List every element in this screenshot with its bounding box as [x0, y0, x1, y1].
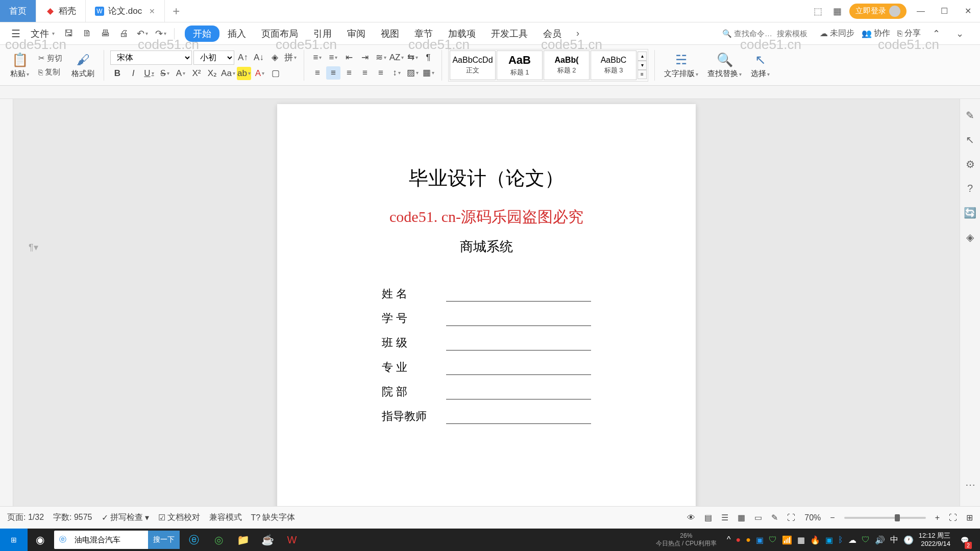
document-area[interactable]: ¶▾ 毕业设计（论文） code51. cn-源码乐园盗图必究 商城系统 姓 名…	[13, 99, 960, 506]
vertical-ruler[interactable]	[0, 99, 13, 506]
taskbar-360-icon[interactable]: ◎	[206, 529, 231, 551]
numbering-button[interactable]: ≡	[326, 51, 340, 64]
clear-format-icon[interactable]: ◈	[267, 51, 282, 64]
form-value[interactable]	[446, 337, 591, 350]
redo-icon[interactable]: ↷	[154, 27, 168, 41]
view-outline-icon[interactable]: ☰	[721, 513, 728, 522]
tab-home[interactable]: 首页	[0, 0, 36, 22]
tray-ime-icon[interactable]: 中	[890, 535, 898, 545]
translate-icon[interactable]: 🔄	[964, 207, 976, 219]
form-value[interactable]	[446, 288, 591, 302]
ribbon-tab-references[interactable]: 引用	[306, 25, 339, 42]
hot-news[interactable]: 26% 今日热点 / CPU利用率	[656, 532, 717, 548]
tray-app5-icon[interactable]: 🔥	[810, 535, 820, 545]
tray-app2-icon[interactable]: ●	[746, 535, 751, 544]
underline-button[interactable]: U	[142, 67, 156, 80]
collapse-ribbon-icon[interactable]: ⌃	[929, 27, 943, 41]
notification-button[interactable]: 💬2	[955, 529, 974, 551]
os-search-button[interactable]: 搜一下	[148, 531, 180, 549]
style-h3[interactable]: AaBbC标题 3	[591, 51, 636, 80]
tray-clock-icon[interactable]: 🕐	[903, 535, 914, 545]
bold-button[interactable]: B	[110, 67, 125, 80]
ribbon-tab-chapter[interactable]: 章节	[407, 25, 440, 42]
spell-check[interactable]: ✓拼写检查 ▾	[102, 512, 149, 523]
font-size-select[interactable]: 小初	[193, 51, 234, 65]
page-indicator[interactable]: 页面: 1/32	[7, 512, 44, 523]
tray-app4-icon[interactable]: ▦	[797, 535, 805, 545]
decrease-font-icon[interactable]: A↓	[252, 51, 266, 64]
edit-icon[interactable]: ✎	[771, 513, 778, 522]
start-button[interactable]: ⊞	[0, 529, 28, 551]
collab-button[interactable]: 👥协作	[862, 28, 890, 39]
paste-button[interactable]: 📋 粘贴	[7, 51, 32, 80]
proofread[interactable]: ☑文档校对	[158, 512, 200, 523]
template-search-input[interactable]	[777, 29, 818, 38]
asian-layout-button[interactable]: ≋	[374, 51, 388, 64]
align-right-button[interactable]: ≡	[342, 66, 356, 80]
increase-indent-button[interactable]: ⇥	[358, 51, 372, 64]
style-body[interactable]: AaBbCcDd正文	[450, 51, 496, 80]
decrease-indent-button[interactable]: ⇤	[342, 51, 356, 64]
find-replace-button[interactable]: 🔍查找替换	[704, 51, 745, 80]
expand-ribbon-icon[interactable]: ⌄	[952, 27, 967, 41]
form-value[interactable]	[446, 313, 591, 326]
obs-icon[interactable]: ◉	[28, 529, 52, 551]
best-fit-icon[interactable]: ⊞	[966, 513, 973, 522]
tray-wifi-icon[interactable]: 📶	[782, 535, 792, 545]
tab-stop-button[interactable]: ⇆	[405, 51, 420, 64]
document-page[interactable]: 毕业设计（论文） code51. cn-源码乐园盗图必究 商城系统 姓 名 学 …	[277, 104, 696, 506]
form-value[interactable]	[446, 411, 591, 424]
taskbar-ie-icon[interactable]: ⓔ	[182, 529, 206, 551]
ribbon-tab-layout[interactable]: 页面布局	[254, 25, 305, 42]
print-preview-icon[interactable]: 🗎	[80, 27, 94, 41]
tray-shield-icon[interactable]: 🛡	[769, 535, 777, 544]
tray-app1-icon[interactable]: ●	[736, 535, 741, 544]
borders-button[interactable]: ▦	[421, 66, 435, 80]
highlight-button[interactable]: ab	[237, 67, 251, 80]
reading-mode-icon[interactable]: ⬚	[811, 4, 825, 18]
tray-app3-icon[interactable]: ▣	[756, 535, 764, 545]
more-icon[interactable]: ⋯	[965, 479, 975, 491]
print-icon[interactable]: 🖶	[99, 27, 113, 41]
pencil-icon[interactable]: ✎	[966, 109, 974, 121]
help-icon[interactable]: ?	[967, 183, 973, 194]
form-value[interactable]	[446, 386, 591, 399]
font-family-select[interactable]: 宋体	[110, 51, 192, 65]
command-search[interactable]: 🔍	[722, 29, 818, 38]
align-justify-button[interactable]: ≡	[358, 66, 372, 80]
missing-font[interactable]: T?缺失字体	[251, 512, 296, 523]
char-border-button[interactable]: ▢	[268, 67, 283, 80]
settings-icon[interactable]: ⚙	[966, 158, 975, 170]
ribbon-tab-review[interactable]: 审阅	[340, 25, 373, 42]
assist-icon[interactable]: ◈	[966, 231, 974, 243]
strikethrough-button[interactable]: S̶	[158, 67, 172, 80]
more-tabs-icon[interactable]: ›	[571, 27, 585, 41]
print-direct-icon[interactable]: 🖨	[117, 27, 131, 41]
command-search-input[interactable]	[734, 29, 775, 38]
align-center-button[interactable]: ≡	[326, 66, 340, 80]
tray-onedrive-icon[interactable]: ☁	[848, 535, 856, 545]
share-button[interactable]: ⎘分享	[897, 28, 921, 39]
text-effect-button[interactable]: A	[174, 67, 188, 80]
ribbon-tab-vip[interactable]: 会员	[536, 25, 569, 42]
zoom-out-button[interactable]: −	[830, 513, 835, 522]
text-layout-button[interactable]: ☵文字排版	[661, 51, 701, 80]
taskbar-app-icon[interactable]: ☕	[255, 529, 280, 551]
tray-safe-icon[interactable]: 🛡	[862, 535, 870, 544]
align-left-button[interactable]: ≡	[310, 66, 325, 80]
ribbon-tab-addins[interactable]: 加载项	[441, 25, 483, 42]
view-web-icon[interactable]: ▦	[738, 513, 745, 522]
italic-button[interactable]: I	[126, 67, 140, 80]
minimize-button[interactable]: —	[912, 2, 930, 20]
style-h1[interactable]: AaB标题 1	[497, 51, 543, 80]
sort-button[interactable]: AZ	[389, 51, 404, 64]
style-h2[interactable]: AaBb(标题 2	[544, 51, 590, 80]
bullets-button[interactable]: ≡	[310, 51, 325, 64]
tab-docer[interactable]: ◆ 稻壳	[36, 0, 86, 22]
taskbar-explorer-icon[interactable]: 📁	[231, 529, 255, 551]
close-button[interactable]: ✕	[959, 2, 977, 20]
tab-document[interactable]: W 论文.doc ✕	[86, 0, 165, 22]
fullscreen-icon[interactable]: ⛶	[949, 513, 957, 522]
form-value[interactable]	[446, 362, 591, 375]
taskbar-clock[interactable]: 12:12 周三 2022/9/14	[919, 532, 950, 547]
